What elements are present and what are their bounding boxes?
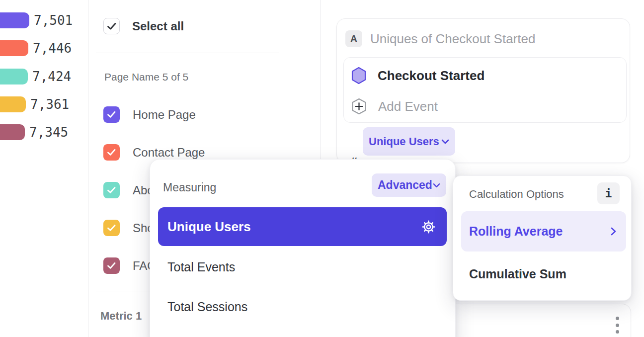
menu-item-cumulative-sum[interactable]: Cumulative Sum	[469, 267, 566, 281]
chart-bar[interactable]	[0, 40, 28, 56]
chart-bar[interactable]	[0, 69, 28, 84]
bar-value-label: 7,501	[34, 13, 73, 28]
event-name: Checkout Started	[378, 68, 484, 84]
divider	[96, 53, 279, 53]
event-hexagon-icon	[351, 67, 367, 84]
select-all-label: Select all	[132, 19, 184, 33]
select-all-row[interactable]: Select all	[103, 18, 184, 34]
checkbox-home-page[interactable]	[103, 106, 120, 123]
menu-item-label: Rolling Average	[469, 224, 563, 239]
calculation-options-title: Calculation Options	[469, 188, 564, 201]
more-options-button[interactable]	[614, 317, 620, 334]
menu-item-rolling-average[interactable]: Rolling Average	[461, 211, 626, 252]
chevron-down-icon	[441, 139, 449, 144]
chart-bar-row: 7,424	[0, 69, 71, 84]
checkmark-icon	[107, 149, 116, 156]
menu-item-unique-users[interactable]: Unique Users	[158, 207, 447, 246]
measuring-mode-label: Advanced	[378, 178, 432, 192]
select-all-checkbox[interactable]	[103, 18, 120, 34]
add-event-label: Add Event	[378, 99, 438, 114]
kebab-dot	[616, 317, 619, 320]
menu-item-total-sessions[interactable]: Total Sessions	[167, 300, 247, 314]
checkmark-icon	[107, 111, 116, 118]
calculation-options-menu: Calculation Options i Rolling Average Cu…	[453, 175, 632, 301]
add-event-button[interactable]: Add Event	[351, 98, 438, 115]
chart-bar-row: 7,361	[0, 96, 69, 112]
chart-bar-row: 7,446	[0, 40, 72, 56]
checkbox-shop-page[interactable]	[103, 220, 120, 236]
filter-group-label: Page Name 5 of 5	[104, 71, 188, 83]
chevron-down-icon	[433, 183, 440, 188]
info-icon: i	[605, 187, 612, 200]
panel-divider-left	[88, 0, 88, 337]
chart-bar[interactable]	[0, 96, 26, 112]
checkmark-icon	[107, 262, 116, 269]
chart-bar-row: 7,345	[0, 124, 68, 140]
chart-bar[interactable]	[0, 12, 29, 28]
kebab-dot	[616, 330, 619, 334]
bar-value-label: 7,345	[29, 125, 68, 140]
bar-value-label: 7,446	[33, 41, 72, 56]
checkmark-icon	[107, 22, 117, 30]
measuring-mode-dropdown[interactable]: Advanced	[372, 173, 446, 197]
event-row[interactable]: Checkout Started	[351, 67, 484, 84]
kebab-dot	[616, 324, 619, 327]
metric-label: Metric 1	[100, 310, 142, 323]
gear-icon[interactable]	[421, 220, 436, 234]
info-button[interactable]: i	[597, 182, 620, 204]
menu-item-total-events[interactable]: Total Events	[167, 260, 235, 274]
add-event-icon	[351, 98, 367, 115]
aggregation-value: Unique Users	[369, 135, 439, 148]
checkbox-about-page[interactable]	[103, 182, 120, 198]
filter-item-label: Contact Page	[133, 146, 205, 160]
filter-item-label: Home Page	[133, 108, 196, 122]
checkmark-icon	[107, 186, 116, 194]
query-name-row: A Uniques of Checkout Started	[345, 30, 620, 47]
bar-value-label: 7,361	[30, 97, 69, 112]
checkbox-contact-page[interactable]	[103, 144, 120, 161]
chevron-right-icon	[611, 227, 616, 236]
bar-value-label: 7,424	[32, 69, 71, 84]
filter-item-home-page[interactable]: Home Page	[103, 106, 196, 123]
series-badge: A	[345, 30, 362, 47]
checkbox-faq-page[interactable]	[103, 257, 120, 274]
aggregation-dropdown[interactable]: Unique Users	[363, 127, 455, 156]
menu-item-label: Unique Users	[167, 219, 251, 235]
chart-bar-row: 7,501	[0, 12, 73, 28]
event-list-card: Checkout Started Add Event	[343, 57, 627, 123]
chart-bar[interactable]	[0, 124, 25, 140]
query-name-input[interactable]: Uniques of Checkout Started	[370, 31, 535, 47]
checkmark-icon	[107, 224, 116, 232]
measuring-title: Measuring	[163, 181, 216, 194]
filter-item-contact-page[interactable]: Contact Page	[103, 144, 205, 161]
